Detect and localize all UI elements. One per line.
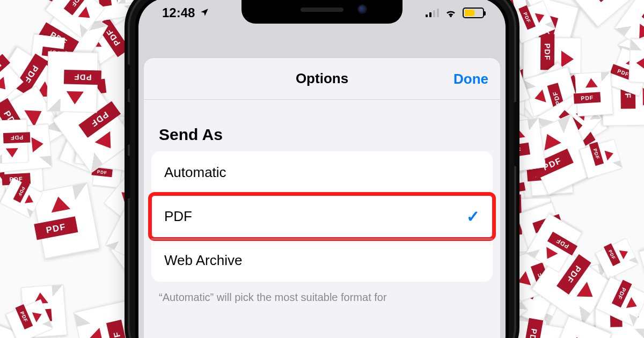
status-time: 12:48: [162, 5, 195, 20]
option-automatic[interactable]: Automatic: [151, 151, 493, 194]
option-label: Automatic: [164, 164, 226, 181]
section-header-send-as: Send As: [144, 100, 500, 151]
sheet-title: Options: [296, 70, 348, 87]
cellular-signal-icon: [426, 9, 439, 17]
location-arrow-icon: [200, 5, 209, 20]
wifi-icon: [444, 8, 457, 18]
front-camera: [358, 5, 366, 13]
side-button: [514, 102, 517, 166]
option-label: Web Archive: [164, 252, 242, 269]
sheet-header: Options Done: [144, 58, 500, 100]
option-label: PDF: [164, 208, 192, 225]
section-footer-note: “Automatic” will pick the most suitable …: [144, 282, 500, 304]
phone-frame: 12:48: [130, 0, 514, 338]
send-as-list: Automatic PDF ✓ Web Archive: [151, 151, 493, 282]
annotation-highlight-box: [148, 192, 496, 241]
checkmark-icon: ✓: [466, 207, 480, 226]
options-sheet: Options Done Send As Automatic PDF ✓ Web…: [144, 58, 500, 338]
option-web-archive[interactable]: Web Archive: [151, 239, 493, 282]
notch: [241, 0, 402, 24]
mute-switch: [127, 64, 130, 89]
done-button[interactable]: Done: [453, 70, 488, 87]
phone-screen: 12:48: [138, 0, 506, 338]
volume-down-button: [127, 156, 130, 199]
option-pdf[interactable]: PDF ✓: [151, 194, 493, 239]
volume-up-button: [127, 102, 130, 145]
earpiece-speaker: [301, 8, 343, 12]
battery-icon: [463, 8, 484, 18]
